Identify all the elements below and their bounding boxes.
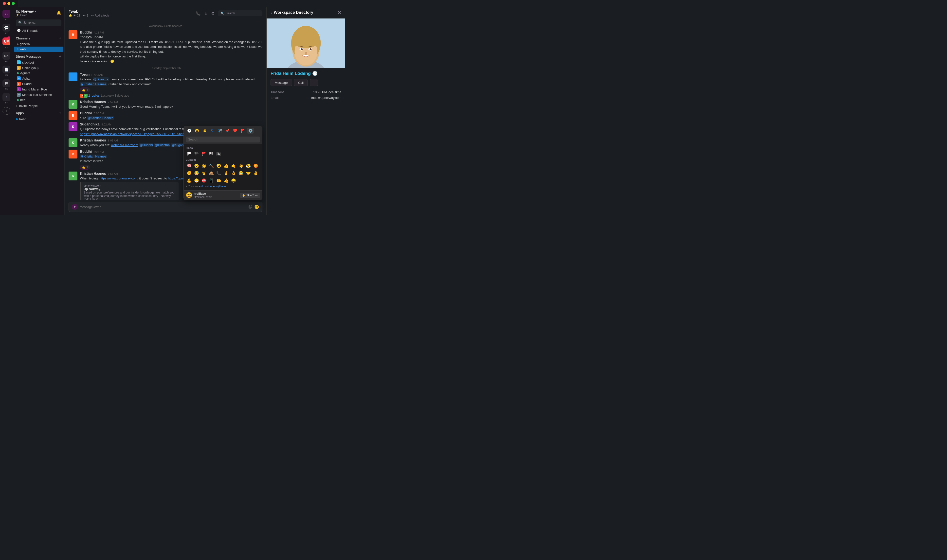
emoji-item[interactable]: 😮 <box>193 162 200 169</box>
dm-item-slackbot[interactable]: S slackbot <box>14 60 63 65</box>
minimize-button[interactable] <box>8 2 10 5</box>
sidebar-item-trello[interactable]: trello <box>13 117 65 122</box>
dm-item-neel[interactable]: neel <box>14 97 63 103</box>
emoji-tab-travel[interactable]: 📌 <box>224 128 231 134</box>
emoji-tab-people[interactable]: 👋 <box>201 128 208 134</box>
notification-bell-icon[interactable]: 🔔 <box>57 11 62 15</box>
emoji-item[interactable]: 🔨 <box>208 162 215 169</box>
emoji-item[interactable]: 📱 <box>208 177 215 184</box>
workspace-icon-bh[interactable]: Bh #4 <box>3 51 10 64</box>
back-button[interactable]: ‹ <box>271 10 272 15</box>
emoji-item[interactable]: 🤝 <box>245 169 252 177</box>
emoji-item[interactable]: 😡 <box>252 162 259 169</box>
emoji-code: :trollface: :troll: <box>194 195 238 198</box>
emoji-item[interactable]: 💪 <box>186 177 192 184</box>
emoji-item[interactable]: 🚩 <box>200 150 207 157</box>
emoji-item[interactable]: 🏴‍☠️ <box>215 150 222 157</box>
message-input[interactable] <box>80 205 246 209</box>
mention-button[interactable]: @ <box>248 205 252 209</box>
emoji-item[interactable]: 😤 <box>245 162 252 169</box>
emoji-item[interactable]: 😄 <box>230 177 237 184</box>
emoji-item[interactable]: 👌 <box>230 169 237 177</box>
emoji-search-input[interactable] <box>186 137 260 143</box>
emoji-item[interactable]: 🤘 <box>200 169 207 177</box>
emoji-item[interactable]: 👋 <box>237 162 245 169</box>
emoji-item[interactable]: 🏴 <box>193 150 200 157</box>
emoji-item[interactable]: 🙈 <box>208 169 215 177</box>
add-workspace-button[interactable]: + <box>3 107 10 115</box>
channel-item-web[interactable]: # web <box>14 46 63 52</box>
sidebar-item-all-threads[interactable]: 💬 All Threads <box>14 28 63 34</box>
more-actions-button[interactable]: ··· <box>310 79 318 86</box>
emoji-item[interactable]: 🤞 <box>223 169 229 177</box>
workspace-icon-up[interactable]: UP • #3 <box>3 37 10 50</box>
dm-item-marius[interactable]: M Marius Tuft Mathisen <box>14 92 63 97</box>
emoji-item[interactable]: ✊ <box>186 169 192 177</box>
close-button[interactable] <box>3 2 6 5</box>
dm-item-buddhi[interactable]: B Buddhi <box>14 81 63 86</box>
thread-avatars: B K <box>80 94 87 98</box>
emoji-tab-activities[interactable]: ❤️ <box>232 128 239 134</box>
emoji-item[interactable]: 🧠 <box>186 162 192 169</box>
add-app-button[interactable]: + <box>59 111 62 115</box>
skin-tone-button[interactable]: ✋ Skin Tone <box>240 193 260 198</box>
message-profile-button[interactable]: Message <box>271 79 292 86</box>
buddhi-avatar: B <box>17 82 21 86</box>
emoji-item[interactable]: 🎯 <box>200 177 207 184</box>
caice-icon: ⚡ <box>16 13 19 17</box>
jump-to-button[interactable]: 🔍 Jump to... <box>16 20 62 26</box>
add-custom-emoji-link[interactable]: add custom emoji here <box>199 185 226 188</box>
emoji-item[interactable]: 🤲 <box>215 177 222 184</box>
workspace-icon-files[interactable]: 📄 #5 <box>3 65 10 77</box>
dm-item-ingrid[interactable]: I Ingrid Maren Roe <box>14 86 63 92</box>
emoji-item[interactable]: 😐 <box>215 162 222 169</box>
emoji-tab-food[interactable]: ✈️ <box>216 128 223 134</box>
emoji-item[interactable]: 🏁 <box>208 150 215 157</box>
emoji-item[interactable]: 📞 <box>215 169 222 177</box>
workspace-icon-dm[interactable]: 💬 #2 <box>3 23 10 35</box>
emoji-tab-recent[interactable]: 🕐 <box>186 128 193 134</box>
info-icon[interactable]: ℹ <box>204 10 208 17</box>
emoji-item[interactable]: 👍 <box>223 177 229 184</box>
invite-people-button[interactable]: + Invite People <box>13 103 65 109</box>
emoji-item[interactable]: 😅 <box>193 169 200 177</box>
emoji-button[interactable]: 😊 <box>254 205 259 209</box>
upnorway-link[interactable]: https://www.upnorway.com/ <box>100 177 139 180</box>
workspace-icon-r[interactable]: r #7 <box>3 92 10 105</box>
settings-icon[interactable]: ⚙ <box>210 10 216 17</box>
maximize-button[interactable] <box>12 2 15 5</box>
add-topic-button[interactable]: ✏ Add a topic <box>91 14 109 17</box>
reply-count[interactable]: ↩ 2 <box>83 14 88 17</box>
workspace-icon-slash[interactable]: F/ #6 <box>3 78 10 91</box>
workspace-icon-home[interactable]: ⌂ #1 <box>3 9 10 22</box>
dm-item-caice[interactable]: C Caice (you) <box>14 65 63 71</box>
emoji-item[interactable]: 😂 <box>237 169 245 177</box>
workspace-name[interactable]: Up Norway ▾ <box>16 9 36 13</box>
emoji-tab-smileys[interactable]: 😀 <box>193 128 200 134</box>
add-channel-button[interactable]: + <box>59 36 62 40</box>
meeting-link[interactable]: webinara.me/zoom <box>111 143 138 147</box>
emoji-tab-nature[interactable]: 🐾 <box>209 128 216 134</box>
call-profile-button[interactable]: Call <box>294 79 308 86</box>
emoji-item[interactable]: 👏 <box>200 162 207 169</box>
emoji-item[interactable]: 😁 <box>193 177 200 184</box>
emoji-item[interactable]: 🤙 <box>230 162 237 169</box>
thread-reply[interactable]: B K 2 replies Last reply 3 days ago <box>80 94 262 98</box>
dm-item-agneta[interactable]: Agneta <box>14 71 63 76</box>
reaction-thumbs-up[interactable]: 👍 1 <box>80 88 90 92</box>
emoji-item[interactable]: 👍 <box>223 162 229 169</box>
message-add-button[interactable]: + <box>72 204 78 210</box>
emoji-tab-custom[interactable]: ⚙️ <box>247 128 254 134</box>
reaction-thumbs-up[interactable]: 👍 1 <box>80 165 90 169</box>
member-count[interactable]: ⭐ ★ 11 <box>69 14 80 17</box>
dm-item-ashan[interactable]: As Ashan <box>14 76 63 81</box>
flags-label: Flags <box>186 146 260 149</box>
channel-search-box[interactable]: 🔍 Search <box>218 10 262 16</box>
emoji-item[interactable]: 🏳️ <box>186 150 192 157</box>
emoji-item[interactable]: ✌️ <box>252 169 259 177</box>
add-dm-button[interactable]: + <box>59 54 62 58</box>
channel-item-general[interactable]: # general <box>14 42 63 46</box>
close-panel-button[interactable]: ✕ <box>337 10 341 15</box>
emoji-tab-objects[interactable]: 🚩 <box>239 128 246 134</box>
call-icon[interactable]: 📞 <box>195 10 202 17</box>
